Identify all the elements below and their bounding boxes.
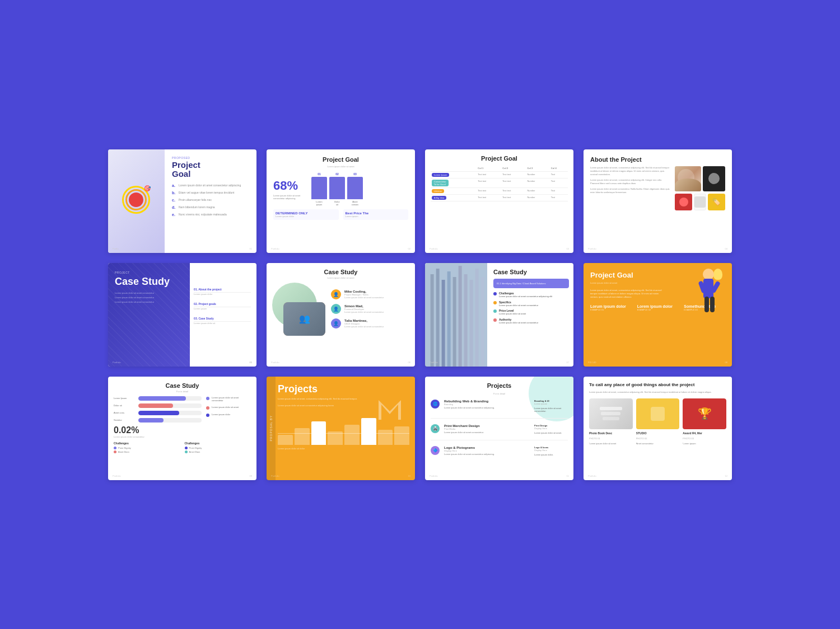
legend-2: Lorem ipsum dolor sit amet (212, 406, 239, 409)
big-percent: 68% (273, 179, 298, 193)
footer-left: Portfo (113, 247, 119, 250)
project-row-3: 🔷 Logo & Pictograms Display Here Lorem i… (431, 446, 568, 456)
slide12-body: Lorem ipsum dolor sit amet, consectetur … (589, 391, 726, 394)
col-header-3: Col 3 (526, 165, 549, 172)
footer-left: Portfolio (430, 361, 438, 364)
big-label: Lorem ipsum dolor consectetur (114, 435, 202, 438)
about-title: About the Project (590, 156, 725, 163)
table-row: Lorem Ipsum Text text Text text Number T… (431, 171, 568, 178)
main-container: 🎯 Proposed ProjectGoal a. Lorem ipsum do… (86, 127, 754, 503)
photo-meta-3: PHOTO 03 (683, 437, 726, 440)
ch-text-3: Lorem ipsum dolor sit amet (499, 312, 526, 316)
photo-2: STUDIO PHOTO 02 Amet consectetur (636, 398, 680, 445)
list-item-d: Nam bibendum lorem magna (179, 205, 214, 209)
slide11-title: Projects (431, 382, 568, 389)
footer-right: 07 (567, 361, 569, 364)
footer-right: 06 (408, 361, 410, 364)
proj-sub-1: Branding (444, 403, 530, 406)
list-item-b: Etiam vel augue vitae lorem tempus tinci… (179, 191, 235, 195)
footer-left: Portfolio (430, 247, 438, 250)
proj-desc-2: Lorem ipsum dolor sit amet consectetur. (444, 431, 530, 434)
footer-right: 12 (725, 475, 727, 477)
slide9-subtitle: For in detail (114, 390, 251, 393)
footer-right: 03 (567, 247, 569, 250)
footer-left: Portfolio (271, 247, 279, 250)
slide9-title: Case Study (114, 382, 251, 389)
proj-desc-3: Lorem ipsum dolor sit amet consectetur a… (444, 453, 530, 456)
person-1-desc: Lorem ipsum dolor sit amet consectetur (344, 296, 409, 299)
slide-6: Case Study Lorem ipsum dolor sit amet 👥 … (267, 263, 415, 367)
footer-right: 09 (250, 475, 252, 477)
photo-desc-1: Lorem ipsum dolor sit amet (589, 442, 633, 445)
footer-right: 04 (725, 247, 727, 250)
col-header-4: Col 4 (550, 165, 568, 172)
svg-rect-7 (464, 274, 468, 367)
svg-rect-3 (442, 280, 445, 367)
col-header-1: Col 1 (477, 165, 501, 172)
col-header-2: Col 2 (501, 165, 526, 172)
photo-title-2: STUDIO (636, 431, 680, 435)
slide11-subtitle: For in detail (431, 392, 568, 395)
slide6-subtitle: Lorem ipsum dolor sit amet (272, 276, 409, 279)
challenge-item-2-2: Amet Diam (189, 450, 200, 453)
list-item-a: Lorem ipsum dolor sit amet consectetur a… (179, 184, 241, 187)
slide-7: Case Study 01.1 Identifying Big Data / C… (425, 263, 573, 367)
slide-4: About the Project Lorem ipsum dolor sit … (584, 149, 732, 253)
person-3-desc: Lorem ipsum dolor sit amet consectetur (344, 325, 409, 328)
slide-11: Projects For in detail 🌐 Rebuilding Web … (425, 377, 573, 480)
list-item-c: Proin ullamcorper felis nec (179, 198, 212, 202)
legend-1: Lorem ipsum dolor sit amet consectetur (212, 396, 251, 402)
bar-label-3: Amet cons (114, 411, 136, 414)
challenge-title-2: Challenges (185, 442, 251, 445)
footer-left: Portfolio (588, 247, 596, 250)
big-stat: 0.02% (114, 425, 139, 435)
photo-1: Photo Book Desc PHOTO 01 Lorem ipsum dol… (589, 398, 633, 445)
table-row: A Big Idea Text text Text text Number Te… (431, 194, 568, 201)
footer-right: 01 (250, 247, 252, 250)
stat-label-2: Lorem ipsum (346, 215, 407, 218)
list-item-e: Nunc viverra nisi, vulputate malesuada (179, 213, 227, 217)
stat-label-8-2: EXAMPLE 02 (637, 308, 679, 311)
slide2-title: Project Goal (273, 156, 408, 163)
project-row-2: 🖨️ Print Merchant Design Print Media Lor… (431, 424, 568, 434)
project-goal-title: ProjectGoal (172, 161, 252, 179)
footer-left: Portfolio (113, 361, 121, 364)
stat-val-8-1: Lorum ipsum dolor (590, 304, 632, 308)
footer-right: 08 (725, 361, 727, 364)
stat-val-8-2: Lorem ipsum dolor (637, 304, 679, 308)
slide-12: To call any place of good things about t… (584, 377, 732, 480)
table-row: ConsecteturTo be Good Text text Text tex… (431, 178, 568, 187)
ch-text-2: Lorem ipsum dolor sit amet consectetur (499, 304, 538, 307)
about-body2: Lorem ipsum dolor sit amet, consectetur … (590, 179, 670, 185)
table-row: Lifetime Text text Text text Number Text (431, 187, 568, 194)
slide10-title: Projects (278, 383, 409, 395)
person-2-desc: Lorem ipsum dolor sit amet consectetur (344, 311, 409, 313)
case-study-title-5: Case Study (115, 276, 250, 288)
footer-right: 10 (408, 475, 410, 477)
proj-desc-1: Lorem ipsum dolor sit amet consectetur a… (444, 406, 530, 410)
purple-highlight: 01.1 Identifying Big Data / Cloud-Based … (497, 282, 566, 285)
photo-meta-2: PHOTO 02 (636, 437, 680, 440)
slide2-subtitle: Lorem ipsum dolor sit amet (273, 165, 408, 168)
svg-rect-2 (436, 269, 440, 367)
extra-text: Lorem ipsum dolor sit amet consectetur a… (278, 404, 345, 407)
footer-right: 05 (250, 361, 252, 364)
vertical-label: PROPOSAL BY (269, 415, 273, 441)
bar-label-1: Lorem Ipsum (114, 397, 136, 400)
footer-left: Portfolio (430, 475, 438, 477)
photo-3: 🏆 Award R4, Mer PHOTO 03 Lorem ipsum (683, 398, 726, 445)
svg-rect-9 (475, 269, 479, 367)
slide-10: PROPOSAL BY Projects Lorem ipsum dolor s… (267, 377, 415, 480)
photo-meta-1: PHOTO 01 (589, 437, 633, 440)
proj-sub-3: Display Here (444, 449, 530, 452)
bottom-label: Lorem ipsum dolor sit dolor (278, 447, 409, 450)
challenge-title-1: Challenges (114, 442, 180, 445)
challenge-item-1-1: Proin Dignity (118, 447, 131, 449)
slide-8: Project Goal Lorem ipsum dolor sit amet … (584, 263, 732, 367)
slide7-title: Case Study (493, 269, 569, 275)
challenge-item-1-2: Amet Diam (118, 450, 129, 453)
about-body1: Lorem ipsum dolor sit amet, consectetur … (590, 166, 670, 176)
photo-title-3: Award R4, Mer (683, 431, 726, 435)
slide3-title: Project Goal (431, 155, 568, 162)
slide8-body: Lorem ipsum dolor sit amet, consectetur … (590, 289, 665, 299)
